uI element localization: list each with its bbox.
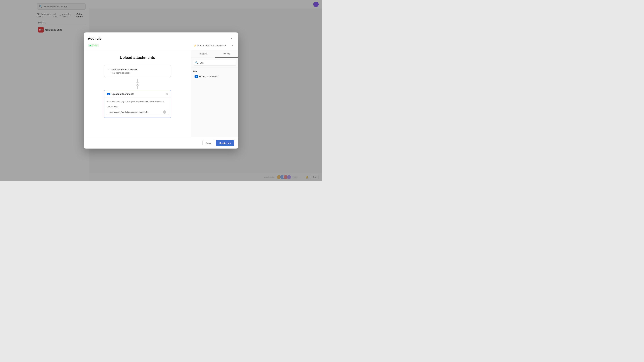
action-title-text: Upload attachments [112,93,134,95]
url-label: URL of folder [107,106,168,108]
right-section-label: Box [193,70,236,72]
modal-title: Add rule [88,36,102,40]
right-action-item-label: Upload attachments [199,75,219,78]
modal-close-button[interactable]: × [229,36,234,41]
active-status-badge: Active [88,44,99,47]
arrow-right-icon: → [107,68,110,71]
modal-footer: Back Create rule [84,137,238,149]
right-box-logo: b [194,75,198,78]
trigger-card[interactable]: → Task moved to a section Final approved… [104,65,171,77]
box-mini-logo: b [107,93,110,95]
trigger-card-header: → Task moved to a section [107,68,168,71]
tab-actions[interactable]: Actions [215,50,238,58]
connector: + [136,79,139,89]
run-on-button[interactable]: ⚡ Run on tasks and subtasks ▾ [192,43,228,48]
run-on-label: Run on tasks and subtasks [198,44,224,47]
connector-line-bottom [137,86,138,89]
right-search-input-container[interactable]: 🔍 [193,60,236,66]
right-action-upload[interactable]: b Upload attachments [193,74,236,79]
modal-more-button[interactable]: ··· [230,43,234,48]
modal-main-title: Upload attachments [120,55,155,60]
lightning-icon: ⚡ [194,44,196,47]
action-card-header: b Upload attachments 🗑 [104,90,171,98]
url-value: www.box.com/Marketingassets/colorguide2.… [109,111,162,113]
modal-right-search: 🔍 [191,58,238,68]
trash-icon[interactable]: 🗑 [166,93,168,95]
trigger-sublabel: Final approved assets [107,72,168,74]
add-rule-modal: Add rule × Active ⚡ Run on tasks and sub… [84,32,238,149]
create-rule-button[interactable]: Create rule [216,140,234,146]
url-input-row[interactable]: www.box.com/Marketingassets/colorguide2.… [107,109,168,115]
action-card-body: Task attachments (up to 10) will be uplo… [104,98,171,118]
back-button[interactable]: Back [202,140,214,146]
modal-right-panel: Triggers Actions 🔍 Box b Upload attachme… [191,50,238,137]
trigger-label: Task moved to a section [111,68,138,71]
chevron-down-icon: ▾ [224,44,226,47]
modal-header: Add rule × [84,32,238,41]
connector-plus-button[interactable]: + [136,82,139,86]
active-label: Active [92,44,97,47]
tab-triggers[interactable]: Triggers [191,50,215,58]
modal-tabs: Triggers Actions [191,50,238,58]
right-panel-content: Box b Upload attachments [191,68,238,137]
modal-toolbar: Active ⚡ Run on tasks and subtasks ▾ ··· [84,41,238,50]
modal-left-panel: Upload attachments → Task moved to a sec… [84,50,191,137]
action-description: Task attachments (up to 10) will be uplo… [107,100,168,103]
active-dot [90,45,91,46]
action-card: b Upload attachments 🗑 Task attachments … [104,90,171,118]
action-card-title: b Upload attachments [107,93,134,95]
modal-body: Upload attachments → Task moved to a sec… [84,50,238,137]
connector-line-top [137,79,138,82]
url-clear-button[interactable]: × [163,110,166,114]
right-search-icon: 🔍 [195,61,198,64]
right-search-input[interactable] [200,61,234,64]
